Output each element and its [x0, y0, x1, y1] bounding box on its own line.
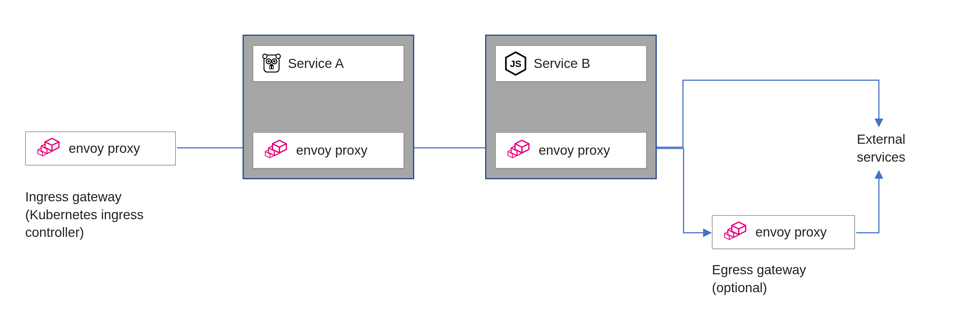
svg-rect-14 [270, 66, 271, 69]
gopher-icon [262, 52, 281, 74]
ingress-caption: Ingress gateway(Kubernetes ingresscontro… [25, 188, 144, 242]
svg-point-8 [276, 54, 280, 59]
egress-envoy-label: envoy proxy [756, 225, 827, 240]
external-services-label: Externalservices [857, 131, 905, 166]
envoy-icon [262, 139, 289, 162]
svg-rect-15 [272, 66, 274, 69]
pod-b-container: JS Service B envoy proxy [485, 35, 657, 179]
edge-b-to-external [649, 80, 879, 147]
service-a-label: Service A [288, 56, 344, 71]
service-b-box: JS Service B [495, 45, 647, 82]
ingress-envoy-label: envoy proxy [69, 141, 140, 156]
egress-caption: Egress gateway(optional) [712, 261, 806, 297]
envoy-icon [505, 139, 532, 162]
svg-text:JS: JS [510, 59, 522, 69]
svg-point-12 [274, 60, 276, 63]
diagram-canvas: envoy proxy Service A [0, 0, 980, 318]
service-b-label: Service B [534, 56, 590, 71]
pod-a-container: Service A envoy proxy [243, 35, 414, 179]
egress-envoy-box: envoy proxy [712, 215, 855, 249]
service-a-envoy-box: envoy proxy [253, 132, 404, 169]
nodejs-icon: JS [505, 51, 527, 76]
edge-egress-to-external [856, 171, 879, 233]
edge-b-to-egress [649, 149, 710, 233]
service-b-envoy-label: envoy proxy [539, 143, 610, 158]
envoy-icon [721, 221, 748, 244]
service-a-envoy-label: envoy proxy [296, 143, 367, 158]
svg-point-11 [268, 60, 270, 63]
svg-point-7 [263, 54, 267, 59]
ingress-envoy-box: envoy proxy [25, 131, 176, 165]
service-a-box: Service A [253, 45, 404, 82]
service-b-envoy-box: envoy proxy [495, 132, 647, 169]
envoy-icon [35, 137, 62, 160]
